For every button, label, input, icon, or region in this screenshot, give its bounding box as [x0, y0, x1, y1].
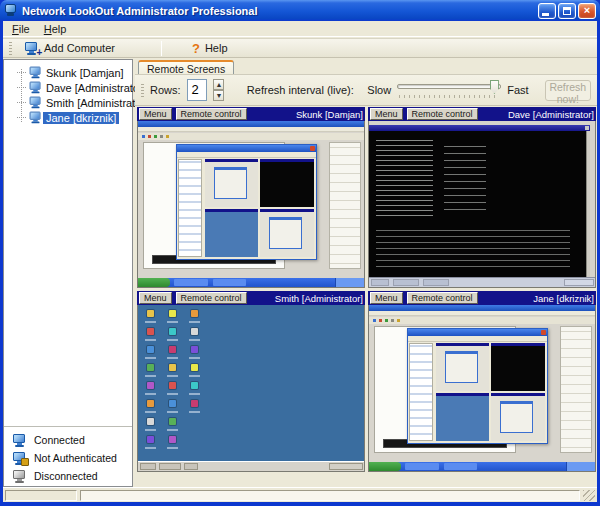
computer-icon — [29, 67, 43, 79]
remote-taskbar — [369, 462, 595, 471]
remote-desktop-wallpaper — [138, 305, 364, 471]
slider-ticks — [399, 95, 499, 98]
console-window — [369, 125, 590, 277]
screen-menu-button[interactable]: Menu — [370, 108, 403, 120]
controls-grip[interactable] — [141, 84, 144, 97]
add-computer-icon: + — [24, 42, 39, 55]
toolbar-grip[interactable] — [9, 42, 12, 55]
nested-window-sidebar — [409, 343, 432, 441]
nested-screens-grid — [436, 343, 545, 441]
start-button — [369, 462, 401, 471]
remote-screen-thumbnail[interactable] — [368, 305, 596, 472]
remote-screen-panel-smith: Menu Remote control Smith [Administrator… — [137, 291, 365, 472]
minimize-button[interactable] — [538, 3, 556, 19]
system-tray — [566, 462, 595, 471]
window-body: File Help + Add Computer ? Help Skunk [D… — [3, 21, 597, 502]
computer-label: Jane [dkriznik] — [43, 112, 119, 124]
slider-track — [397, 84, 501, 89]
rows-input[interactable]: 2 — [187, 79, 208, 101]
maximize-button[interactable] — [558, 3, 576, 19]
remote-screen-panel-dave: Menu Remote control Dave [Administrator] — [368, 107, 596, 288]
window-title: Network LookOut Administrator Profession… — [22, 5, 258, 17]
status-bar-main-cell — [80, 490, 580, 501]
remote-screen-header: Menu Remote control Dave [Administrator] — [368, 107, 596, 121]
screen-remote-control-button[interactable]: Remote control — [176, 108, 247, 120]
screen-computer-name: Dave [Administrator] — [508, 109, 594, 120]
app-window: Network LookOut Administrator Profession… — [0, 0, 600, 506]
remote-screen-panel-skunk: Menu Remote control Skunk [Damjan] — [137, 107, 365, 288]
remote-screen-panel-jane: Menu Remote control Jane [dkriznik] — [368, 291, 596, 472]
computer-icon — [29, 112, 43, 124]
nested-window-titlebar — [408, 329, 546, 336]
close-button[interactable]: × — [578, 3, 596, 19]
screen-menu-button[interactable]: Menu — [139, 292, 172, 304]
resize-grip[interactable] — [583, 490, 595, 501]
remote-desktop-with-admin-app — [369, 305, 595, 471]
not-authenticated-computer-icon — [12, 452, 27, 465]
remote-task-pane — [560, 326, 592, 453]
legend-not-authenticated-label: Not Authenticated — [34, 452, 117, 464]
screen-remote-control-button[interactable]: Remote control — [407, 108, 478, 120]
system-tray — [329, 463, 363, 470]
toolbar-separator — [161, 41, 162, 56]
refresh-slider-thumb[interactable] — [490, 80, 499, 94]
tree-connector — [17, 72, 26, 73]
rows-increment-button[interactable]: ▲ — [213, 79, 224, 90]
remote-screen-header: Menu Remote control Jane [dkriznik] — [368, 291, 596, 305]
fast-label: Fast — [507, 84, 528, 96]
legend-disconnected: Disconnected — [4, 467, 132, 485]
remote-taskbar — [369, 277, 595, 287]
tree-connector — [17, 117, 26, 118]
computer-item-jane[interactable]: Jane [dkriznik] — [4, 110, 132, 125]
tab-remote-screens[interactable]: Remote Screens — [138, 60, 234, 75]
system-tray — [335, 278, 364, 287]
remote-screens-grid: Menu Remote control Skunk [Damjan] — [137, 107, 596, 472]
disconnected-computer-icon — [12, 470, 27, 483]
remote-screen-thumbnail[interactable] — [137, 305, 365, 472]
screen-menu-button[interactable]: Menu — [139, 108, 172, 120]
computer-label: Skunk [Damjan] — [43, 67, 127, 79]
computer-icon — [29, 82, 43, 94]
window-controls: × — [538, 3, 596, 19]
tab-strip: Remote Screens — [135, 59, 597, 74]
console-output — [369, 131, 590, 277]
computer-list-sidebar: Skunk [Damjan] Dave [Administrator] Smit… — [3, 59, 133, 487]
system-tray — [564, 279, 594, 286]
rows-label: Rows: — [150, 84, 181, 96]
remote-desktop-console — [369, 121, 595, 287]
nested-window-titlebar — [177, 145, 315, 152]
screen-remote-control-button[interactable]: Remote control — [176, 292, 247, 304]
add-computer-label: Add Computer — [44, 42, 115, 54]
status-legend: Connected Not Authenticated Disconnected — [4, 426, 132, 486]
connected-computer-icon — [12, 434, 27, 447]
computer-label: Dave [Administrator] — [43, 82, 149, 94]
remote-app-toolbar — [369, 317, 595, 324]
nested-window-toolbar — [408, 336, 546, 342]
nested-admin-window — [407, 328, 547, 444]
refresh-now-button[interactable]: Refresh now! — [545, 80, 591, 101]
add-computer-button[interactable]: + Add Computer — [18, 40, 121, 57]
remote-screen-header: Menu Remote control Smith [Administrator… — [137, 291, 365, 305]
menu-file[interactable]: File — [5, 22, 37, 36]
menu-bar: File Help — [3, 21, 597, 37]
menu-help[interactable]: Help — [37, 22, 74, 36]
computer-item-dave[interactable]: Dave [Administrator] — [4, 80, 132, 95]
title-bar[interactable]: Network LookOut Administrator Profession… — [0, 0, 600, 21]
computer-icon — [29, 97, 43, 109]
remote-screen-header: Menu Remote control Skunk [Damjan] — [137, 107, 365, 121]
screen-remote-control-button[interactable]: Remote control — [407, 292, 478, 304]
legend-connected: Connected — [4, 431, 132, 449]
rows-decrement-button[interactable]: ▼ — [213, 90, 224, 101]
screen-computer-name: Skunk [Damjan] — [296, 109, 363, 120]
tree-connector — [17, 102, 26, 103]
computer-item-smith[interactable]: Smith [Administrator] — [4, 95, 132, 110]
computer-tree: Skunk [Damjan] Dave [Administrator] Smit… — [4, 60, 132, 125]
remote-screen-thumbnail[interactable] — [368, 121, 596, 288]
legend-disconnected-label: Disconnected — [34, 470, 98, 482]
toolbar-help-button[interactable]: ? Help — [186, 40, 234, 57]
help-icon: ? — [192, 42, 200, 55]
computer-item-skunk[interactable]: Skunk [Damjan] — [4, 65, 132, 80]
screen-menu-button[interactable]: Menu — [370, 292, 403, 304]
refresh-interval-slider[interactable] — [397, 78, 501, 102]
remote-screen-thumbnail[interactable] — [137, 121, 365, 288]
